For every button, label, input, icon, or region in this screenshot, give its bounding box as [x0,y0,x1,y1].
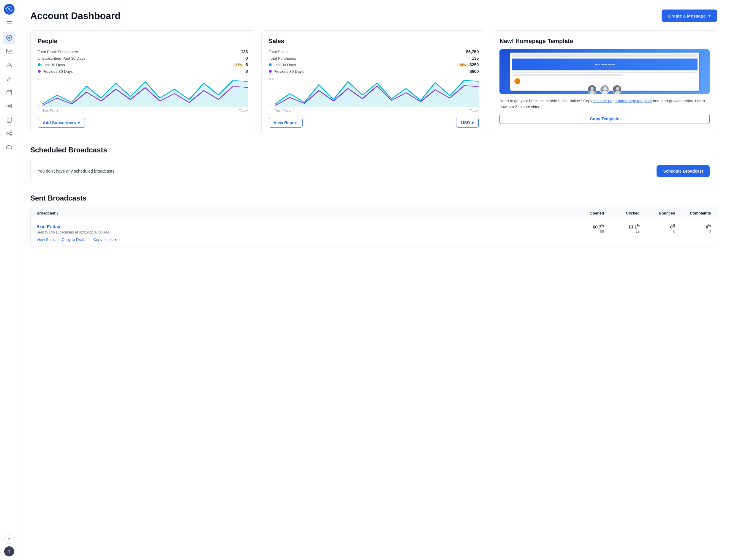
sales-chart-y-bottom: 0 [269,104,271,108]
sidebar-item-edit[interactable] [3,72,15,85]
sales-prev30-row: Previous 30 Days $600 [269,69,479,74]
scheduled-empty-text: You don't have any scheduled broadcasts [38,169,114,173]
sidebar-item-integrations[interactable] [3,127,15,140]
schedule-broadcast-button[interactable]: Schedule Broadcast [657,165,710,177]
svg-point-36 [589,90,595,94]
opened-pct: 60.7% [568,224,604,229]
people-chart-x-start: Tue, Feb 1 [42,109,58,112]
broadcast-subtitle: Sent to 145 subscribers at 02/25/22 07:0… [37,230,568,234]
svg-point-18 [7,105,9,107]
svg-line-30 [8,132,10,133]
complaints-count: 0 [675,229,711,234]
opened-count: 88 [568,229,604,234]
svg-rect-5 [7,25,12,25]
bounced-count: 0 [640,229,675,234]
sidebar-item-people[interactable] [3,59,15,71]
view-report-label: View Report [274,120,298,125]
row-actions: View Stats | Copy to Drafts | Copy to Li… [31,234,717,247]
table-row: 5 on Friday Sent to 145 subscribers at 0… [31,219,717,234]
svg-rect-4 [7,23,12,23]
bounced-pct: 0% [640,224,675,229]
svg-point-20 [10,106,12,108]
copy-template-label: Copy Template [590,116,619,121]
app-logo[interactable] [4,4,15,15]
clicked-pct: 13.1% [604,224,640,229]
people-prev30-row: Previous 30 Days 8 [38,69,248,74]
svg-point-27 [7,132,8,134]
sent-broadcasts-title: Sent Broadcasts [30,194,717,202]
sidebar-item-cloud[interactable] [3,141,15,153]
template-person-avatar [587,85,597,94]
sidebar-item-segments[interactable] [3,100,15,112]
page-title: Account Dashboard [30,10,121,21]
scheduled-broadcasts-title: Scheduled Broadcasts [30,146,717,154]
svg-point-29 [10,134,12,136]
svg-line-31 [8,133,10,135]
total-sales-row: Total Sales $6,750 [269,49,479,54]
sidebar-item-reports[interactable] [3,113,15,126]
unsubscribed-value: 0 [246,56,248,61]
copy-to-list-link[interactable]: Copy to List ▾ [93,237,117,242]
template-description: Need to get your business or side-hustle… [499,98,710,110]
template-avatar-preview [514,78,521,85]
svg-point-7 [8,37,10,39]
sales-chart-y-top: 100 [269,77,274,81]
total-sales-label: Total Sales [269,50,288,54]
main-content: Account Dashboard Create a Message ▾ Peo… [18,0,729,560]
schedule-btn-label: Schedule Broadcast [663,169,703,173]
table-header-row: Broadcast ↓ Opened Clicked Bounced Compl… [31,207,717,219]
sales-chart-svg [275,77,479,107]
unsubscribed-row: Unsubscribed Past 30 Days 0 [38,56,248,61]
user-avatar[interactable]: T [4,546,14,556]
people-chart-y-bottom: 0 [38,104,40,108]
svg-rect-3 [7,21,12,22]
template-blue-bar: Add a catchy header [512,59,698,70]
people-last30-value: 5 [246,62,248,67]
total-sales-value: $6,750 [466,49,479,54]
complaints-cell: 0% 0 [675,224,711,234]
sales-card-actions: View Report USD ▾ [269,118,479,128]
complaints-pct: 0% [675,224,711,229]
sales-chart: 100 0 Tue, Feb 1 Today [269,77,479,113]
add-subscribers-button[interactable]: Add Subscribers ▾ [38,118,85,128]
copy-template-button[interactable]: Copy Template [499,114,710,124]
view-stats-link[interactable]: View Stats [37,237,55,242]
sidebar-item-calendar[interactable] [3,86,15,99]
clicked-cell: 13.1% 19 [604,224,640,234]
sales-last30-label: Last 30 Days [274,63,296,67]
sidebar-collapse-button[interactable] [4,18,14,28]
sidebar-bottom: ? T [4,534,14,556]
bounced-cell: 0% 0 [640,224,675,234]
template-link[interactable]: this one-page homepage template [593,99,652,103]
view-report-button[interactable]: View Report [269,118,303,128]
template-card-title: New! Homepage Template [499,38,710,45]
people-card: People Total Email Subscribers 123 Unsub… [30,30,255,135]
broadcast-name-link[interactable]: 5 on Friday [37,224,60,229]
sales-last30-value: $250 [469,62,479,67]
template-person-avatar-2 [600,85,609,94]
clicked-count: 19 [604,229,640,234]
people-prev30-label: Previous 30 Days [42,69,73,74]
currency-selector[interactable]: USD ▾ [456,118,479,128]
copy-to-drafts-link[interactable]: Copy to Drafts [62,237,86,242]
svg-rect-23 [7,117,11,122]
people-prev30-value: 8 [246,69,248,74]
svg-point-35 [591,87,594,90]
sales-prev30-label: Previous 30 Days [274,69,304,74]
people-chart-svg [42,77,248,107]
template-person-avatar-3 [612,85,622,94]
create-message-label: Create a Message [668,13,706,18]
create-message-button[interactable]: Create a Message ▾ [662,10,717,22]
svg-line-22 [9,106,10,107]
cards-row: People Total Email Subscribers 123 Unsub… [30,30,717,135]
sales-chart-x-labels: Tue, Feb 1 Today [275,109,479,112]
svg-rect-12 [7,49,12,53]
col-opened: Opened [568,211,604,215]
sidebar-item-help[interactable]: ? [4,534,14,544]
chevron-down-icon: ▾ [708,13,711,18]
sidebar-item-dashboard[interactable] [3,31,15,44]
template-avatars-row [587,85,622,94]
sidebar-item-messages[interactable] [3,45,15,58]
sales-purple-dot-icon [269,70,272,73]
svg-point-19 [10,104,12,106]
